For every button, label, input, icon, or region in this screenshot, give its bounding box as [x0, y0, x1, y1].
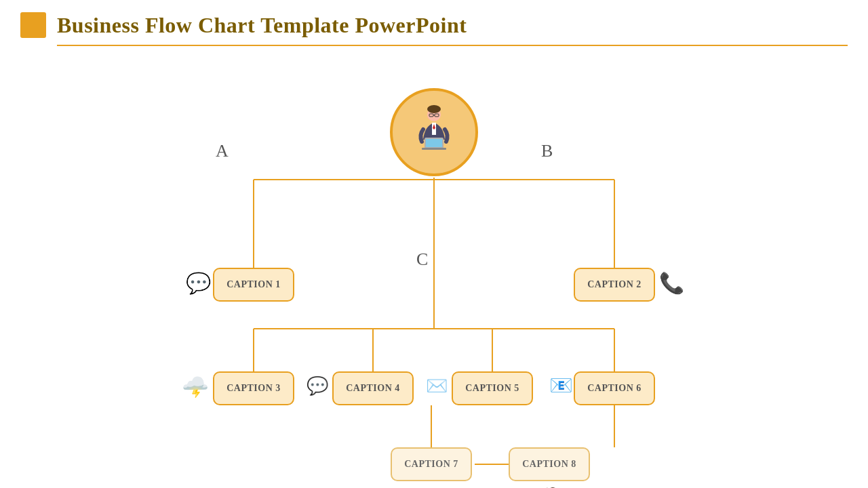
caption-8-text: CAPTION 8	[522, 459, 576, 470]
email-gear-icon: 📧	[549, 374, 573, 396]
phone-icon: 📞	[659, 271, 684, 295]
email-icon: ✉️	[426, 375, 448, 396]
root-circle	[390, 88, 478, 176]
diagram: A B C CAPTION 1 💬 CAPTION 2 📞 CAPTION 3 …	[0, 61, 868, 481]
caption-4-text: CAPTION 4	[346, 383, 400, 394]
svg-point-13	[427, 105, 441, 113]
label-B: B	[541, 141, 553, 161]
chat-icon: 💬	[186, 271, 211, 295]
caption-4-box: CAPTION 4	[332, 371, 414, 405]
page-title: Business Flow Chart Template PowerPoint	[57, 13, 467, 38]
caption-6-box: CAPTION 6	[574, 371, 655, 405]
cloud-chat-icon: 🌩️	[182, 374, 209, 400]
caption-5-text: CAPTION 5	[465, 383, 519, 394]
person-icon	[404, 102, 464, 162]
caption-3-box: CAPTION 3	[213, 371, 294, 405]
header-underline	[57, 45, 848, 46]
header: Business Flow Chart Template PowerPoint	[0, 0, 868, 45]
caption-2-box: CAPTION 2	[574, 268, 655, 302]
svg-rect-20	[426, 139, 442, 147]
caption-1-box: CAPTION 1	[213, 268, 294, 302]
svg-rect-21	[422, 148, 446, 150]
caption-6-text: CAPTION 6	[587, 383, 642, 394]
caption-3-text: CAPTION 3	[226, 383, 281, 394]
caption-2-text: CAPTION 2	[587, 279, 642, 290]
caption-8-box: CAPTION 8	[509, 447, 590, 481]
caption-7-box: CAPTION 7	[391, 447, 472, 481]
header-accent-box	[20, 12, 46, 38]
speech-bubbles-icon: 💬	[307, 375, 328, 396]
caption-7-text: CAPTION 7	[404, 459, 458, 470]
caption-1-text: CAPTION 1	[226, 279, 281, 290]
label-C: C	[416, 249, 428, 270]
label-A: A	[216, 141, 229, 161]
caption-5-box: CAPTION 5	[452, 371, 533, 405]
